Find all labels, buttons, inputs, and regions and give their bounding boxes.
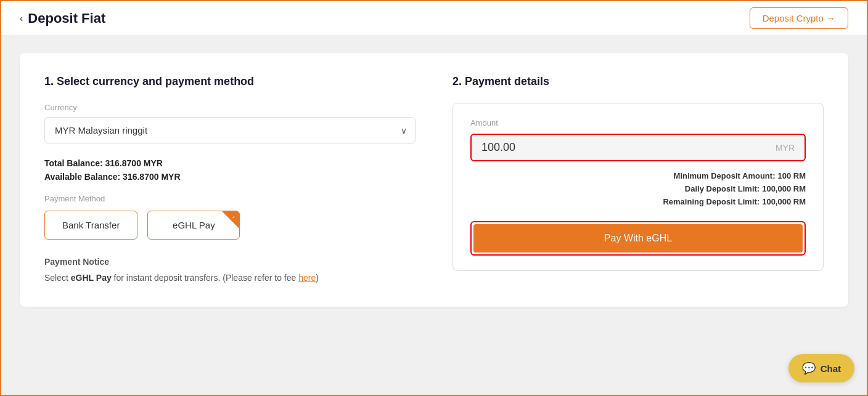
notice-text-3: )	[316, 273, 319, 283]
chat-label: Chat	[821, 363, 841, 374]
chat-icon: 💬	[802, 362, 816, 375]
currency-select[interactable]: MYR Malaysian ringgit	[44, 117, 416, 143]
currency-select-wrapper: MYR Malaysian ringgit ∨	[44, 117, 416, 143]
notice-text-1: Select	[44, 273, 71, 283]
section-1-title: 1. Select currency and payment method	[44, 75, 416, 88]
selected-corner	[222, 211, 239, 228]
pay-with-eghl-button[interactable]: Pay With eGHL	[473, 224, 803, 253]
remaining-deposit-row: Remaining Deposit Limit:100,000 RM	[660, 197, 806, 206]
left-section: 1. Select currency and payment method Cu…	[44, 75, 416, 285]
amount-currency: MYR	[776, 143, 795, 153]
total-balance-label: Total Balance:	[44, 158, 103, 168]
minimum-deposit-value: 100 RM	[777, 171, 806, 180]
total-balance-row: Total Balance: 316.8700 MYR	[44, 158, 416, 168]
daily-deposit-label: Daily Deposit Limit:	[685, 184, 760, 193]
deposit-limits: Minimum Deposit Amount:100 RM Daily Depo…	[470, 171, 806, 206]
bank-transfer-button[interactable]: Bank Transfer	[44, 211, 137, 240]
header: ‹ Deposit Fiat Deposit Crypto →	[1, 1, 867, 36]
payment-methods: Bank Transfer eGHL Pay ✓	[44, 211, 416, 240]
check-icon: ✓	[233, 212, 238, 219]
header-left: ‹ Deposit Fiat	[20, 10, 105, 26]
eghl-pay-label: eGHL Pay	[173, 220, 215, 230]
page-title: Deposit Fiat	[28, 10, 105, 26]
payment-method-label: Payment Method	[44, 194, 416, 203]
back-arrow[interactable]: ‹	[20, 13, 23, 24]
main-card: 1. Select currency and payment method Cu…	[20, 53, 848, 307]
payment-notice-title: Payment Notice	[44, 257, 416, 267]
payment-details-box: Amount MYR Minimum Deposit Amount:100 RM…	[452, 103, 824, 271]
minimum-deposit-row: Minimum Deposit Amount:100 RM	[671, 171, 806, 180]
notice-bold: eGHL Pay	[71, 273, 112, 283]
remaining-deposit-label: Remaining Deposit Limit:	[663, 197, 760, 206]
total-balance-value: 316.8700 MYR	[105, 158, 163, 168]
section-2-title: 2. Payment details	[452, 75, 824, 88]
remaining-deposit-value: 100,000 RM	[762, 197, 806, 206]
notice-text-2: for instant deposit transfers. (Please r…	[112, 273, 298, 283]
chat-button[interactable]: 💬 Chat	[788, 354, 854, 382]
deposit-crypto-button[interactable]: Deposit Crypto →	[750, 7, 848, 29]
fee-link[interactable]: here	[298, 273, 316, 283]
right-section: 2. Payment details Amount MYR Minimum De…	[452, 75, 824, 285]
available-balance-row: Available Balance: 316.8700 MYR	[44, 172, 416, 182]
daily-deposit-value: 100,000 RM	[762, 184, 806, 193]
minimum-deposit-label: Minimum Deposit Amount:	[674, 171, 776, 180]
amount-label: Amount	[470, 118, 806, 127]
eghl-pay-button[interactable]: eGHL Pay ✓	[147, 211, 240, 240]
currency-label: Currency	[44, 103, 416, 112]
payment-notice-text: Select eGHL Pay for instant deposit tran…	[44, 272, 416, 285]
amount-input-wrapper: MYR	[470, 134, 806, 161]
pay-button-wrapper: Pay With eGHL	[470, 221, 806, 256]
daily-deposit-row: Daily Deposit Limit:100,000 RM	[682, 184, 806, 193]
amount-input[interactable]	[481, 141, 776, 154]
available-balance-value: 316.8700 MYR	[123, 172, 180, 182]
card-inner: 1. Select currency and payment method Cu…	[44, 75, 824, 285]
available-balance-label: Available Balance:	[44, 172, 120, 182]
main-content: 1. Select currency and payment method Cu…	[1, 36, 867, 324]
